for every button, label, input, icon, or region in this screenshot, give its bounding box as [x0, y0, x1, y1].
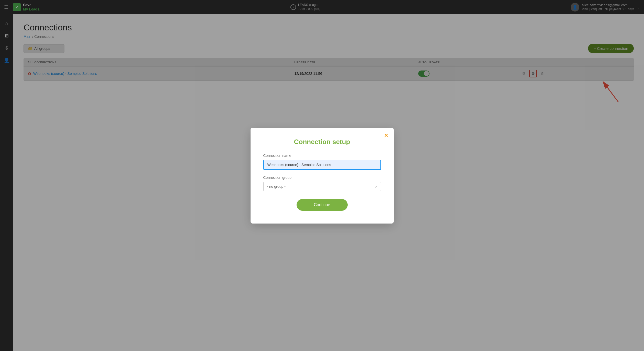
modal-overlay[interactable]: × Connection setup Connection name Conne…	[0, 0, 644, 89]
